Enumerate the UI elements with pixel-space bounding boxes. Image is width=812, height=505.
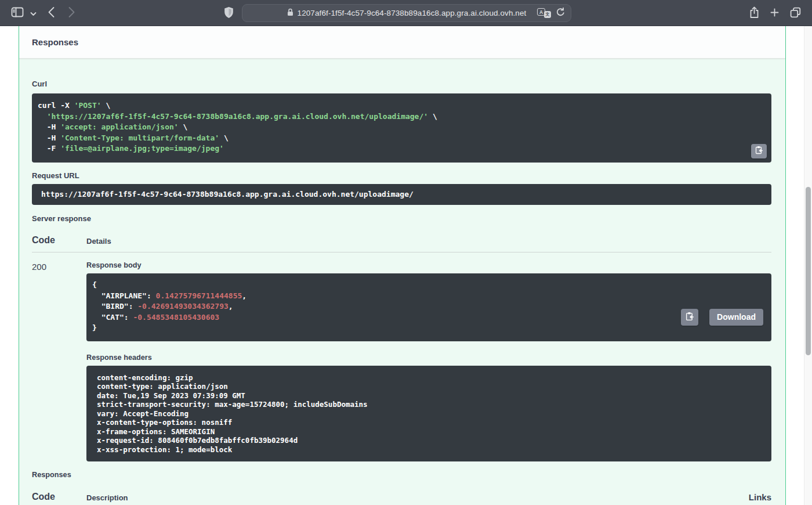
links-column-header: Links (749, 492, 771, 502)
curl-label: Curl (32, 80, 771, 88)
json-line: } (92, 323, 766, 334)
header-line: x-content-type-options: nosniff (97, 418, 766, 427)
chevron-left-icon (48, 6, 55, 20)
operation-body: Curl curl -X 'POST' \ 'https://1207af6f-… (19, 59, 785, 505)
response-details-cell: Response body { "AIRPLANE": 0.1427579671… (86, 261, 771, 461)
responses-table-label: Responses (32, 471, 771, 479)
plus-icon (770, 8, 779, 19)
response-headers-label: Response headers (86, 354, 771, 362)
address-bar[interactable]: 1207af6f-1f5f-4c57-9c64-8738b89a16c8.app… (242, 4, 571, 22)
response-body-actions: Download (681, 309, 763, 326)
code-column-header: Code (32, 492, 86, 502)
request-url-block: https://1207af6f-1f5f-4c57-9c64-8738b89a… (32, 184, 771, 205)
sidebar-menu-chevron-button[interactable] (29, 10, 37, 17)
translate-button[interactable]: A 文 (537, 8, 551, 18)
server-response-row: 200 Response body { "AIRPLANE": 0.142757… (32, 261, 771, 461)
url-text: 1207af6f-1f5f-4c57-9c64-8738b89a16c8.app… (298, 9, 527, 17)
download-button[interactable]: Download (709, 309, 763, 326)
header-line: content-type: application/json (97, 382, 766, 391)
description-column-header: Description (86, 493, 128, 502)
page-content: Responses Curl curl -X 'POST' \ 'https:/… (0, 26, 812, 505)
screen: 1207af6f-1f5f-4c57-9c64-8738b89a16c8.app… (0, 0, 812, 505)
json-line: "BIRD": -0.42691493034362793, (92, 301, 766, 312)
reload-icon (556, 8, 565, 19)
lock-icon (287, 8, 293, 19)
curl-line: 'https://1207af6f-1f5f-4c57-9c64-8738b89… (38, 111, 746, 122)
json-line: { (92, 280, 766, 291)
new-tab-button[interactable] (769, 8, 780, 19)
code-column-header: Code (32, 235, 86, 246)
header-line: x-request-id: 808460f0b7edb8fabffc0fb39b… (97, 436, 766, 445)
shield-icon (224, 6, 234, 20)
header-line: x-xss-protection: 1; mode=block (97, 445, 766, 454)
status-code: 200 (32, 261, 86, 461)
response-body-label: Response body (86, 261, 771, 269)
response-headers-block: content-encoding: gzip content-type: app… (86, 366, 771, 462)
header-line: vary: Accept-Encoding (97, 409, 766, 419)
curl-line: -F 'file=@airplane.jpg;type=image/jpeg' (38, 143, 746, 154)
response-body-block: { "AIRPLANE": 0.14275796711444855, "BIRD… (86, 273, 771, 341)
forward-button[interactable] (66, 6, 77, 19)
browser-toolbar: 1207af6f-1f5f-4c57-9c64-8738b89a16c8.app… (0, 0, 812, 26)
responses-heading: Responses (32, 37, 78, 47)
scrollbar-thumb[interactable] (806, 187, 811, 355)
server-response-label: Server response (32, 214, 771, 223)
details-column-header: Details (86, 237, 111, 246)
curl-line: -H 'Content-Type: multipart/form-data' \ (38, 133, 746, 144)
privacy-report-button[interactable] (222, 6, 235, 20)
sidebar-toggle-button[interactable] (10, 7, 25, 19)
responses-section-header: Responses (19, 26, 785, 59)
curl-line: curl -X 'POST' \ (38, 100, 746, 111)
request-url-label: Request URL (32, 171, 771, 180)
header-line: x-frame-options: SAMEORIGIN (97, 427, 766, 437)
reload-button[interactable] (556, 8, 565, 19)
chevron-right-icon (68, 6, 75, 20)
header-line: date: Tue,19 Sep 2023 07:39:09 GMT (97, 391, 766, 401)
json-line: "CAT": -0.5485348105430603 (92, 312, 766, 323)
back-button[interactable] (45, 6, 57, 19)
chevron-down-icon (30, 9, 37, 18)
clipboard-icon (686, 312, 694, 323)
clipboard-icon (755, 146, 763, 156)
header-line: content-encoding: gzip (97, 373, 766, 383)
curl-line: -H 'accept: application/json' \ (38, 122, 746, 133)
sidebar-icon (11, 7, 24, 19)
tab-overview-button[interactable] (789, 7, 802, 19)
header-line: strict-transport-security: max-age=15724… (97, 400, 766, 409)
tabs-icon (790, 7, 801, 20)
share-button[interactable] (748, 6, 760, 20)
curl-command-block: curl -X 'POST' \ 'https://1207af6f-1f5f-… (32, 93, 771, 163)
request-url-value: https://1207af6f-1f5f-4c57-9c64-8738b89a… (41, 190, 414, 199)
scrollbar-track[interactable] (804, 26, 812, 505)
share-icon (749, 6, 759, 20)
copy-curl-button[interactable] (751, 144, 767, 158)
translate-icon: A 文 (537, 8, 551, 18)
json-line: "AIRPLANE": 0.14275796711444855, (92, 291, 766, 302)
operation-block: Responses Curl curl -X 'POST' \ 'https:/… (19, 26, 786, 505)
copy-response-button[interactable] (681, 309, 698, 326)
responses-table-header: Code Description Links (32, 492, 771, 505)
server-response-table-header: Code Details (32, 235, 771, 252)
